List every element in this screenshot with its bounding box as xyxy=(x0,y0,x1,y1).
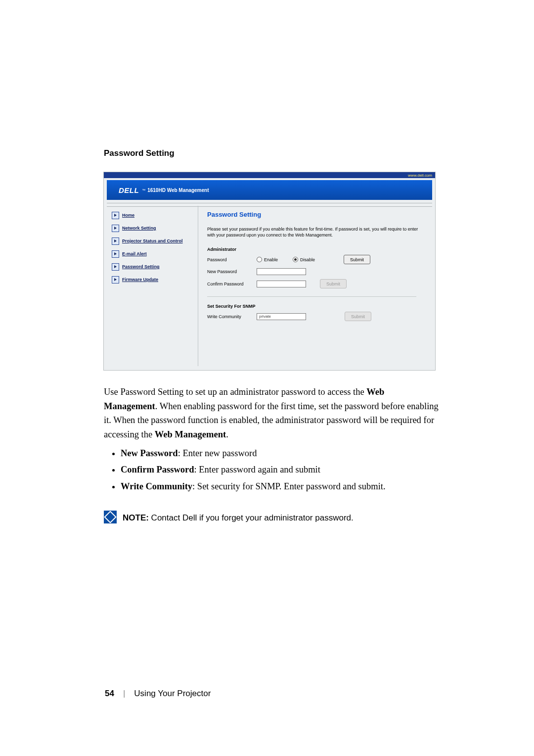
sidebar-item-label: Home xyxy=(122,213,134,218)
note-text: NOTE: Contact Dell if you forget your ad… xyxy=(123,511,354,524)
chevron-right-icon xyxy=(112,250,119,258)
administrator-heading: Administrator xyxy=(207,247,425,252)
sidebar-item-network[interactable]: Network Setting xyxy=(112,222,193,235)
submit-button-disabled: Submit xyxy=(345,312,371,321)
chevron-right-icon xyxy=(112,263,119,271)
banner: DELL ™ 1610HD Web Management xyxy=(107,180,432,200)
page-footer: 54 | Using Your Projector xyxy=(105,689,211,699)
body-paragraph: Use Password Setting to set up an admini… xyxy=(104,385,440,442)
panel-description: Please set your password if you enable t… xyxy=(207,226,420,238)
bullet-list: New Password: Enter new password Confirm… xyxy=(104,447,440,494)
pencil-icon xyxy=(104,511,116,523)
write-community-input[interactable]: private xyxy=(257,313,306,320)
text-bold: Web Management xyxy=(155,429,226,439)
page-number: 54 xyxy=(105,689,114,699)
new-password-row: New Password xyxy=(207,268,425,275)
screenshot-password-setting: www.dell.com DELL ™ 1610HD Web Managemen… xyxy=(104,172,435,370)
top-strip xyxy=(104,172,435,178)
footer-section: Using Your Projector xyxy=(134,689,211,699)
bullet-item: New Password: Enter new password xyxy=(121,447,440,461)
note-icon xyxy=(104,511,117,523)
new-password-label: New Password xyxy=(207,269,257,274)
text: : Enter password again and submit xyxy=(194,465,320,474)
submit-button[interactable]: Submit xyxy=(344,255,370,264)
password-enable-row: Password Enable Disable Submit xyxy=(207,255,425,264)
sidebar-item-status[interactable]: Projector Status and Control xyxy=(112,235,193,247)
text-bold: Write Community xyxy=(121,481,192,491)
enable-label: Enable xyxy=(264,257,278,262)
confirm-password-input[interactable] xyxy=(257,281,306,287)
new-password-input[interactable] xyxy=(257,268,306,275)
banner-title: 1610HD Web Management xyxy=(147,188,209,193)
logo-tm: ™ xyxy=(142,189,145,192)
note-body: Contact Dell if you forget your administ… xyxy=(149,513,354,522)
radio-icon xyxy=(293,257,298,262)
submit-button-disabled: Submit xyxy=(320,279,347,288)
note-label: NOTE: xyxy=(123,513,149,522)
sidebar-item-label: Password Setting xyxy=(122,264,160,269)
write-community-label: Write Community xyxy=(207,314,257,319)
enable-radio[interactable]: Enable xyxy=(257,257,278,262)
sidebar-item-firmware[interactable]: Firmware Update xyxy=(112,273,193,286)
body-text: Use Password Setting to set up an admini… xyxy=(104,385,440,494)
footer-divider: | xyxy=(123,689,125,699)
disable-label: Disable xyxy=(300,257,315,262)
panel-divider xyxy=(207,296,416,297)
sidebar: Home Network Setting Projector Status an… xyxy=(112,209,193,286)
sidebar-item-label: Firmware Update xyxy=(122,277,158,282)
write-community-row: Write Community private Submit xyxy=(207,312,425,321)
section-heading: Password Setting xyxy=(104,148,435,158)
sidebar-item-home[interactable]: Home xyxy=(112,209,193,222)
chevron-right-icon xyxy=(112,276,119,284)
text: . xyxy=(226,429,228,439)
chevron-right-icon xyxy=(112,212,119,219)
text: : Set security for SNMP. Enter password … xyxy=(192,481,386,491)
password-label: Password xyxy=(207,257,257,262)
sidebar-item-email[interactable]: E-mail Alert xyxy=(112,247,193,260)
confirm-password-label: Confirm Password xyxy=(207,282,257,286)
sidebar-item-label: Projector Status and Control xyxy=(122,238,183,243)
snmp-heading: Set Security For SNMP xyxy=(207,304,425,309)
text: Use Password Setting to set up an admini… xyxy=(104,387,366,397)
bullet-item: Confirm Password: Enter password again a… xyxy=(121,463,440,477)
bullet-item: Write Community: Set security for SNMP. … xyxy=(121,480,440,494)
content-panel: Password Setting Please set your passwor… xyxy=(198,206,430,366)
sidebar-item-label: Network Setting xyxy=(122,226,156,231)
text: : Enter new password xyxy=(178,448,257,458)
text-bold: New Password xyxy=(121,448,178,458)
sidebar-item-label: E-mail Alert xyxy=(122,251,147,256)
disable-radio[interactable]: Disable xyxy=(293,257,315,262)
chevron-right-icon xyxy=(112,237,119,245)
panel-title: Password Setting xyxy=(207,211,425,218)
confirm-password-row: Confirm Password Submit xyxy=(207,279,425,288)
text-bold: Confirm Password xyxy=(121,465,194,474)
url-text: www.dell.com xyxy=(408,173,432,178)
note-row: NOTE: Contact Dell if you forget your ad… xyxy=(104,511,435,524)
chevron-right-icon xyxy=(112,225,119,232)
radio-icon xyxy=(257,257,262,262)
dell-logo: DELL xyxy=(119,186,139,194)
sidebar-item-password[interactable]: Password Setting xyxy=(112,260,193,273)
